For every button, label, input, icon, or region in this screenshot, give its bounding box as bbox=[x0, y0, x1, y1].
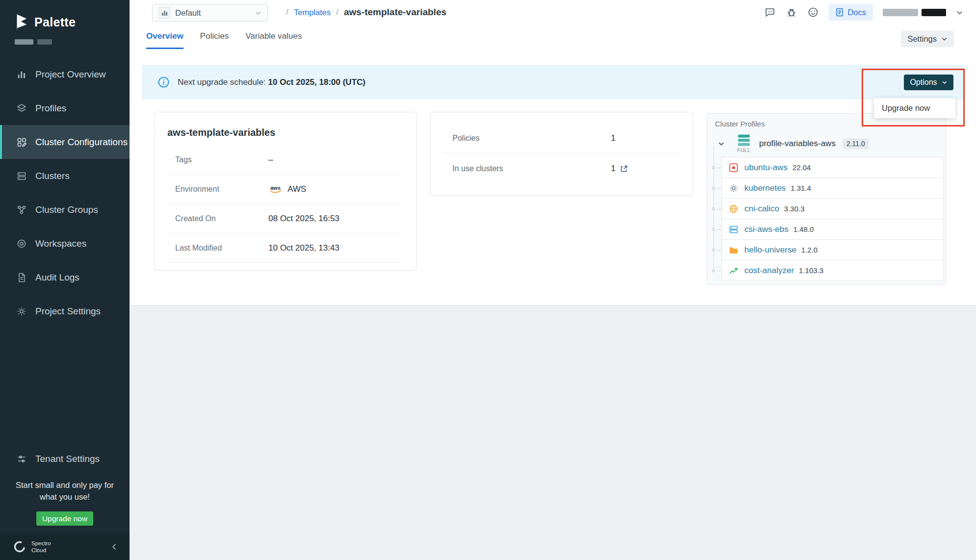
tree-node-dot bbox=[712, 228, 715, 231]
settings-button[interactable]: Settings bbox=[901, 31, 954, 47]
palette-logo-icon bbox=[14, 13, 29, 31]
palette-logo: Palette bbox=[0, 0, 130, 31]
sidebar-item-project-overview[interactable]: Project Overview bbox=[0, 57, 130, 91]
usage-row-policies: Policies 1 bbox=[444, 123, 680, 153]
folder-app-pack-icon bbox=[729, 245, 739, 255]
tab-policies[interactable]: Policies bbox=[200, 25, 229, 49]
sidebar-item-cluster-groups[interactable]: Cluster Groups bbox=[0, 193, 130, 227]
tree-node-dot bbox=[712, 269, 715, 272]
redaction-bar bbox=[37, 39, 52, 45]
detail-label: Created On bbox=[175, 214, 268, 223]
pack-name: hello-universe bbox=[744, 245, 796, 255]
sidebar-item-cluster-configurations[interactable]: Cluster Configurations bbox=[0, 125, 130, 159]
sidebar-item-profiles[interactable]: Profiles bbox=[0, 91, 130, 125]
pack-row-hello-universe[interactable]: hello-universe 1.2.0 bbox=[721, 239, 944, 260]
in-use-clusters-count: 1 bbox=[611, 164, 615, 174]
chevron-down-icon[interactable] bbox=[718, 140, 725, 147]
os-pack-icon bbox=[729, 163, 739, 173]
collapse-sidebar-icon[interactable] bbox=[110, 542, 119, 551]
options-button[interactable]: Options bbox=[904, 75, 953, 90]
server-list-icon bbox=[16, 171, 27, 181]
upgrade-schedule-banner: Next upgrade schedule: 10 Oct 2025, 18:0… bbox=[142, 65, 963, 100]
breadcrumb-templates-link[interactable]: Templates bbox=[294, 8, 331, 17]
sidebar-item-label: Workspaces bbox=[35, 238, 86, 249]
main-area: Default / Templates / aws-template-varia… bbox=[130, 0, 976, 560]
sidebar-footer: Spectro Cloud bbox=[0, 534, 130, 560]
detail-label: Last Modified bbox=[175, 244, 268, 253]
sidebar-item-project-settings[interactable]: Project Settings bbox=[0, 294, 130, 328]
bar-chart-icon bbox=[16, 69, 27, 80]
sidebar: Palette Project Overview Profiles bbox=[0, 0, 130, 560]
tab-variable-values[interactable]: Variable values bbox=[245, 25, 302, 49]
pack-row-cni-calico[interactable]: cni-calico 3.30.3 bbox=[721, 198, 944, 219]
details-card-title: aws-template-variables bbox=[167, 127, 416, 138]
docs-icon bbox=[836, 8, 844, 17]
redaction-bar bbox=[15, 39, 33, 45]
sidebar-item-label: Audit Logs bbox=[35, 272, 79, 283]
detail-row-tags: Tags – bbox=[167, 145, 403, 175]
bug-report-icon[interactable] bbox=[786, 6, 797, 18]
promo-text: Start small and only pay for what you us… bbox=[0, 480, 130, 503]
trend-chart-pack-icon bbox=[729, 266, 739, 276]
scope-chart-icon bbox=[158, 7, 170, 19]
breadcrumb-separator: / bbox=[336, 7, 339, 17]
pack-version: 22.04 bbox=[792, 163, 811, 172]
profile-type-badge: FULL bbox=[738, 148, 751, 153]
docs-button[interactable]: Docs bbox=[829, 4, 873, 21]
tree-node-dot bbox=[712, 166, 715, 169]
sidebar-item-label: Project Settings bbox=[35, 306, 101, 317]
tab-bar: Overview Policies Variable values bbox=[130, 25, 976, 49]
detail-label: Tags bbox=[175, 155, 268, 164]
profile-header-row[interactable]: FULL profile-variables-aws 2.11.0 bbox=[707, 131, 946, 156]
pack-name: cost-analyzer bbox=[744, 266, 794, 276]
page-title: aws-template-variables bbox=[344, 7, 447, 18]
redaction-bar bbox=[883, 9, 918, 16]
storage-pack-icon bbox=[729, 225, 739, 234]
usage-label: In use clusters bbox=[452, 164, 611, 173]
sliders-icon bbox=[16, 454, 27, 464]
detail-value: – bbox=[268, 155, 273, 165]
external-link-icon[interactable] bbox=[620, 165, 628, 173]
project-scope-selector[interactable]: Default bbox=[152, 4, 268, 22]
sidebar-item-label: Project Overview bbox=[35, 69, 106, 80]
pack-row-csi-aws-ebs[interactable]: csi-aws-ebs 1.48.0 bbox=[721, 219, 944, 240]
banner-text: Next upgrade schedule: 10 Oct 2025, 18:0… bbox=[178, 77, 366, 87]
usage-label: Policies bbox=[452, 134, 611, 143]
chevron-down-icon bbox=[255, 10, 262, 16]
sidebar-item-workspaces[interactable]: Workspaces bbox=[0, 227, 130, 260]
grid-edit-icon bbox=[16, 137, 27, 148]
chat-icon[interactable] bbox=[764, 6, 776, 18]
tab-overview[interactable]: Overview bbox=[146, 25, 184, 49]
options-dropdown-menu: Upgrade now bbox=[874, 98, 955, 118]
app-window: Palette Project Overview Profiles bbox=[0, 0, 976, 560]
pack-version: 3.30.3 bbox=[784, 204, 805, 213]
pack-name: ubuntu-aws bbox=[744, 163, 788, 173]
sidebar-upgrade-button[interactable]: Upgrade now bbox=[36, 511, 93, 526]
network-globe-pack-icon bbox=[729, 204, 739, 214]
tree-node-dot bbox=[712, 207, 715, 210]
profile-stack-icon: FULL bbox=[734, 134, 754, 153]
pack-version: 1.103.3 bbox=[799, 266, 823, 275]
detail-row-environment: Environment aws AWS bbox=[167, 175, 403, 204]
detail-label: Environment bbox=[175, 185, 268, 194]
menu-item-upgrade-now[interactable]: Upgrade now bbox=[874, 99, 955, 117]
usage-card: Policies 1 In use clusters 1 bbox=[430, 112, 693, 196]
detail-row-created-on: Created On 08 Oct 2025, 16:53 bbox=[167, 204, 403, 233]
sidebar-item-label: Profiles bbox=[35, 103, 66, 114]
pack-row-ubuntu-aws[interactable]: ubuntu-aws 22.04 bbox=[721, 157, 944, 178]
pack-row-cost-analyzer[interactable]: cost-analyzer 1.103.3 bbox=[721, 260, 944, 281]
feedback-smiley-icon[interactable] bbox=[807, 6, 819, 18]
sidebar-item-audit-logs[interactable]: Audit Logs bbox=[0, 260, 130, 294]
sidebar-item-tenant-settings[interactable]: Tenant Settings bbox=[0, 442, 130, 476]
info-icon bbox=[158, 76, 170, 88]
settings-label: Settings bbox=[907, 34, 937, 44]
user-menu-chevron-icon[interactable] bbox=[956, 9, 963, 16]
sidebar-nav: Project Overview Profiles Cluster Config… bbox=[0, 57, 130, 328]
sidebar-item-clusters[interactable]: Clusters bbox=[0, 159, 130, 193]
pack-row-kubernetes[interactable]: kubernetes 1.31.4 bbox=[721, 178, 944, 199]
redaction-bar bbox=[922, 9, 946, 16]
user-name-redacted[interactable] bbox=[883, 9, 946, 16]
profile-version-badge: 2.11.0 bbox=[843, 138, 869, 149]
target-icon bbox=[16, 238, 27, 249]
profile-name: profile-variables-aws bbox=[759, 139, 836, 149]
